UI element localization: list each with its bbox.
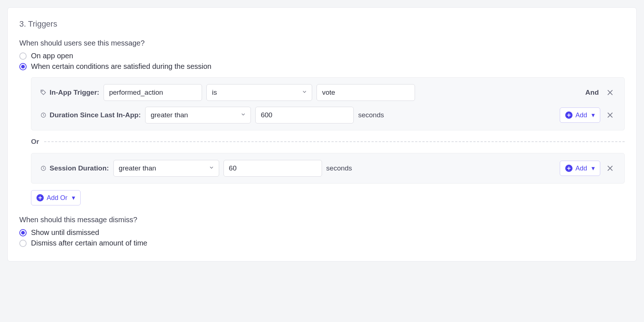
add-or-label: Add Or (47, 194, 67, 202)
trigger-value-input[interactable] (317, 84, 415, 101)
radio-on-app-open[interactable] (19, 52, 27, 60)
duration-op-select[interactable]: greater than (145, 107, 251, 123)
add-or-button[interactable]: + Add Or ▾ (31, 190, 81, 205)
clock-icon (40, 165, 47, 172)
plus-circle-icon: + (565, 111, 573, 119)
when-dismiss-question: When should this message dismiss? (19, 216, 625, 224)
inapp-trigger-label-text: In-App Trigger: (50, 89, 99, 97)
dismiss-section: When should this message dismiss? Show u… (19, 216, 625, 247)
caret-down-icon: ▾ (591, 164, 595, 172)
or-label: Or (31, 138, 39, 146)
add-button-label: Add (575, 111, 587, 119)
section-title: 3. Triggers (19, 19, 625, 29)
session-duration-row: Session Duration: greater than seconds +… (40, 160, 616, 177)
radio-conditions[interactable] (19, 63, 27, 70)
session-op-value: greater than (119, 164, 156, 172)
remove-row-button[interactable] (605, 87, 616, 98)
session-duration-label-text: Session Duration: (50, 164, 109, 172)
conditions-area: In-App Trigger: is And (31, 77, 625, 184)
radio-until-dismissed-row[interactable]: Show until dismissed (19, 228, 625, 237)
inapp-trigger-label: In-App Trigger: (40, 89, 99, 97)
condition-group-2: Session Duration: greater than seconds +… (31, 153, 625, 184)
add-or-wrap: + Add Or ▾ (31, 190, 625, 205)
add-button-label: Add (575, 165, 587, 172)
inapp-trigger-row: In-App Trigger: is And (40, 84, 616, 101)
or-divider: Or (31, 138, 625, 146)
duration-since-row: Duration Since Last In-App: greater than… (40, 107, 616, 123)
radio-conditions-row[interactable]: When certain conditions are satisfied du… (19, 62, 625, 71)
chevron-down-icon (302, 89, 307, 97)
and-joiner: And (585, 89, 599, 97)
radio-until-dismissed-label: Show until dismissed (31, 228, 99, 237)
session-op-select[interactable]: greater than (113, 160, 219, 177)
triggers-card: 3. Triggers When should users see this m… (7, 7, 637, 262)
add-condition-button[interactable]: + Add ▾ (560, 161, 600, 176)
chevron-down-icon (209, 164, 214, 172)
radio-conditions-label: When certain conditions are satisfied du… (31, 62, 212, 71)
trigger-op-value: is (212, 89, 217, 97)
radio-on-app-open-label: On app open (31, 52, 73, 60)
svg-point-0 (42, 91, 42, 91)
trigger-op-select[interactable]: is (206, 84, 312, 101)
plus-circle-icon: + (36, 194, 44, 201)
when-see-question: When should users see this message? (19, 39, 625, 47)
divider-line (44, 141, 625, 142)
tag-icon (40, 89, 47, 96)
remove-row-button[interactable] (605, 163, 616, 174)
radio-dismiss-after-row[interactable]: Dismiss after certain amount of time (19, 239, 625, 247)
caret-down-icon: ▾ (591, 111, 595, 119)
add-condition-button[interactable]: + Add ▾ (560, 107, 600, 123)
radio-on-app-open-row[interactable]: On app open (19, 52, 625, 60)
radio-until-dismissed[interactable] (19, 229, 27, 236)
duration-since-label: Duration Since Last In-App: (40, 111, 141, 119)
session-value-input[interactable] (224, 160, 322, 177)
radio-dismiss-after[interactable] (19, 240, 27, 247)
session-unit: seconds (326, 164, 352, 172)
caret-down-icon: ▾ (72, 194, 75, 202)
remove-row-button[interactable] (605, 110, 616, 121)
chevron-down-icon (240, 111, 246, 119)
duration-since-label-text: Duration Since Last In-App: (50, 111, 141, 119)
session-duration-label: Session Duration: (40, 164, 109, 172)
radio-dismiss-after-label: Dismiss after certain amount of time (31, 239, 147, 247)
condition-group-1: In-App Trigger: is And (31, 77, 625, 130)
clock-icon (40, 112, 47, 118)
plus-circle-icon: + (565, 165, 573, 172)
duration-op-value: greater than (151, 111, 188, 119)
duration-unit: seconds (358, 111, 384, 119)
duration-value-input[interactable] (255, 107, 354, 123)
trigger-key-input[interactable] (104, 84, 202, 101)
